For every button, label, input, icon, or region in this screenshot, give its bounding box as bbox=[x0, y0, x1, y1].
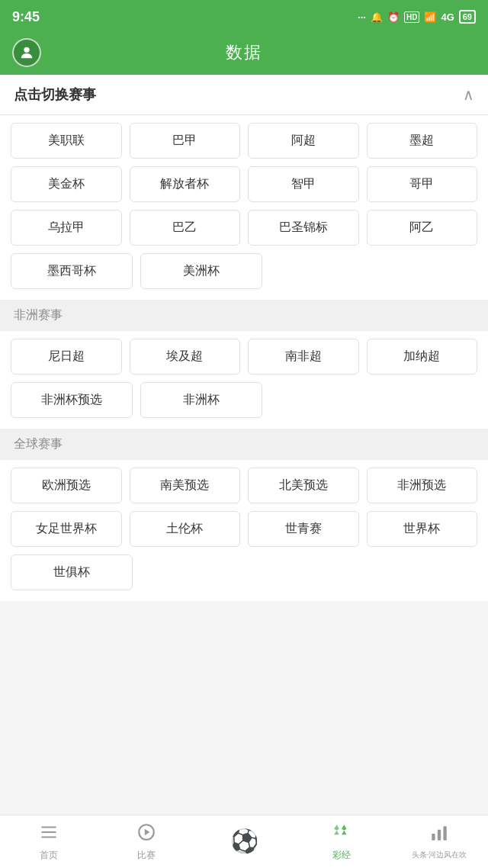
status-time: 9:45 bbox=[12, 9, 40, 25]
soccer-ball-icon: ⚽ bbox=[230, 828, 258, 854]
global-section: 欧洲预选 南美预选 北美预选 非洲预选 女足世界杯 土伦杯 世青赛 世界杯 世俱… bbox=[0, 460, 488, 601]
svg-rect-3 bbox=[41, 836, 56, 837]
league-btn-欧洲预选[interactable]: 欧洲预选 bbox=[11, 468, 122, 503]
nav-profile[interactable]: 头条·河边风在吹 bbox=[390, 818, 488, 865]
home-icon bbox=[39, 822, 59, 847]
svg-rect-6 bbox=[432, 834, 435, 841]
league-btn-加纳超[interactable]: 加纳超 bbox=[367, 339, 478, 375]
nav-profile-label: 头条·河边风在吹 bbox=[412, 850, 467, 860]
status-bar: 9:45 ··· 🔔 ⏰ HD 📶 4G 69 bbox=[0, 0, 488, 34]
status-icons: ··· 🔔 ⏰ HD 📶 4G 69 bbox=[358, 10, 476, 24]
league-btn-埃及超[interactable]: 埃及超 bbox=[130, 339, 241, 375]
league-btn-土伦杯[interactable]: 土伦杯 bbox=[130, 511, 241, 547]
league-btn-南美预选[interactable]: 南美预选 bbox=[130, 468, 241, 503]
league-btn-阿乙[interactable]: 阿乙 bbox=[367, 210, 478, 246]
lottery-icon bbox=[332, 822, 352, 847]
league-btn-非洲预选[interactable]: 非洲预选 bbox=[367, 468, 478, 503]
svg-rect-1 bbox=[41, 826, 56, 828]
league-btn-尼日超[interactable]: 尼日超 bbox=[11, 339, 122, 375]
league-btn-巴圣锦标[interactable]: 巴圣锦标 bbox=[248, 210, 359, 246]
league-btn-墨西哥杯[interactable]: 墨西哥杯 bbox=[11, 253, 133, 289]
svg-rect-2 bbox=[41, 831, 56, 832]
league-btn-南非超[interactable]: 南非超 bbox=[248, 339, 359, 375]
nav-match-label: 比赛 bbox=[137, 849, 156, 862]
league-btn-非洲杯[interactable]: 非洲杯 bbox=[140, 382, 262, 418]
page-title: 数据 bbox=[226, 41, 262, 64]
league-btn-阿超[interactable]: 阿超 bbox=[248, 123, 359, 159]
svg-marker-5 bbox=[145, 828, 150, 835]
battery-indicator: 69 bbox=[459, 10, 476, 24]
africa-category-label: 非洲赛事 bbox=[0, 300, 488, 331]
league-btn-世俱杯[interactable]: 世俱杯 bbox=[11, 555, 133, 590]
global-category-label: 全球赛事 bbox=[0, 429, 488, 460]
global-btn-row-3: 世俱杯 bbox=[11, 555, 477, 590]
nav-lottery[interactable]: 彩经 bbox=[293, 818, 390, 866]
app-header: 数据 bbox=[0, 34, 488, 75]
league-btn-墨超[interactable]: 墨超 bbox=[367, 123, 478, 159]
nav-home[interactable]: 首页 bbox=[0, 818, 98, 866]
btn-row-4: 墨西哥杯 美洲杯 bbox=[11, 253, 477, 289]
global-btn-row-1: 欧洲预选 南美预选 北美预选 非洲预选 bbox=[11, 468, 477, 503]
nav-home-label: 首页 bbox=[40, 849, 58, 862]
btn-row-2: 美金杯 解放者杯 智甲 哥甲 bbox=[11, 166, 477, 202]
africa-btn-row-2: 非洲杯预选 非洲杯 bbox=[11, 382, 477, 418]
chevron-up-icon: ∧ bbox=[463, 85, 474, 104]
africa-btn-row-1: 尼日超 埃及超 南非超 加纳超 bbox=[11, 339, 477, 375]
svg-rect-8 bbox=[443, 826, 446, 840]
league-btn-美职联[interactable]: 美职联 bbox=[11, 123, 122, 159]
user-avatar[interactable] bbox=[12, 38, 41, 67]
alarm-icon: ⏰ bbox=[387, 11, 400, 23]
btn-row-1: 美职联 巴甲 阿超 墨超 bbox=[11, 123, 477, 159]
league-btn-北美预选[interactable]: 北美预选 bbox=[248, 468, 359, 503]
america-section: 美职联 巴甲 阿超 墨超 美金杯 解放者杯 智甲 哥甲 乌拉甲 巴乙 巴圣锦标 … bbox=[0, 115, 488, 300]
africa-section: 尼日超 埃及超 南非超 加纳超 非洲杯预选 非洲杯 bbox=[0, 331, 488, 429]
network-type: 4G bbox=[441, 11, 454, 23]
bell-icon: 🔔 bbox=[371, 11, 383, 23]
hd-badge: HD bbox=[404, 11, 419, 23]
league-btn-世青赛[interactable]: 世青赛 bbox=[248, 511, 359, 547]
league-btn-乌拉甲[interactable]: 乌拉甲 bbox=[11, 210, 122, 246]
switch-section-header[interactable]: 点击切换赛事 ∧ bbox=[0, 75, 488, 115]
main-content: 点击切换赛事 ∧ 美职联 巴甲 阿超 墨超 美金杯 解放者杯 智甲 哥甲 乌拉甲… bbox=[0, 75, 488, 868]
signal-dots-icon: ··· bbox=[358, 11, 366, 23]
league-btn-智甲[interactable]: 智甲 bbox=[248, 166, 359, 202]
nav-match[interactable]: 比赛 bbox=[98, 818, 195, 866]
svg-rect-7 bbox=[438, 830, 441, 841]
league-btn-巴乙[interactable]: 巴乙 bbox=[130, 210, 241, 246]
league-btn-美洲杯[interactable]: 美洲杯 bbox=[140, 253, 262, 289]
signal-bars-icon: 📶 bbox=[424, 11, 436, 23]
nav-lottery-label: 彩经 bbox=[332, 849, 351, 862]
svg-point-0 bbox=[24, 47, 29, 53]
match-icon bbox=[136, 822, 156, 847]
league-btn-哥甲[interactable]: 哥甲 bbox=[367, 166, 478, 202]
league-btn-女足世界杯[interactable]: 女足世界杯 bbox=[11, 511, 122, 547]
league-btn-非洲杯预选[interactable]: 非洲杯预选 bbox=[11, 382, 133, 418]
nav-center[interactable]: ⚽ bbox=[195, 823, 293, 861]
btn-row-3: 乌拉甲 巴乙 巴圣锦标 阿乙 bbox=[11, 210, 477, 246]
bottom-spacer bbox=[0, 601, 488, 616]
bottom-nav: 首页 比赛 ⚽ 彩经 头条·河边风在吹 bbox=[0, 815, 488, 868]
profile-chart-icon bbox=[429, 823, 449, 847]
league-btn-美金杯[interactable]: 美金杯 bbox=[11, 166, 122, 202]
global-btn-row-2: 女足世界杯 土伦杯 世青赛 世界杯 bbox=[11, 511, 477, 547]
league-btn-解放者杯[interactable]: 解放者杯 bbox=[130, 166, 241, 202]
league-btn-巴甲[interactable]: 巴甲 bbox=[130, 123, 241, 159]
switch-label: 点击切换赛事 bbox=[14, 85, 96, 104]
league-btn-世界杯[interactable]: 世界杯 bbox=[367, 511, 478, 547]
